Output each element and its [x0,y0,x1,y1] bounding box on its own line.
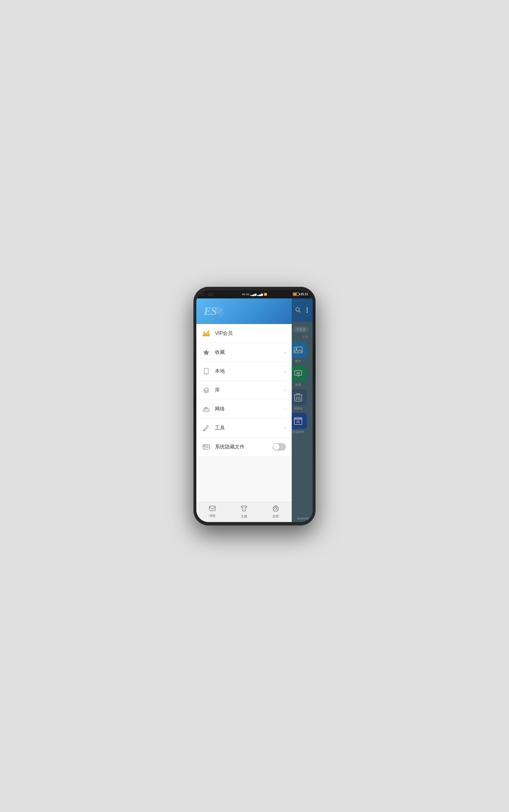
svg-point-39 [204,445,204,446]
menu-item-favorites[interactable]: 收藏 › [196,343,292,362]
status-bar: 4G 5G ▂▄▆ ▂▄▆ 📶 15:11 [196,290,313,299]
svg-point-43 [275,507,277,509]
app-area: 浏览器 文件 [196,299,313,522]
svg-point-35 [204,430,204,431]
svg-marker-31 [204,388,209,391]
svg-point-26 [206,333,207,334]
local-label: 本地 [215,368,284,374]
toggle-knob [273,444,279,450]
svg-point-25 [203,331,204,333]
chevron-icon: › [284,369,286,374]
svg-rect-24 [203,335,210,336]
vip-label: VIP会员 [215,330,286,337]
gear-icon [273,505,279,513]
menu-item-network[interactable]: 网络 › [196,400,292,419]
wrench-svg [203,425,209,431]
envelope-icon [209,506,215,512]
nav-item-theme[interactable]: 主题 [228,502,260,522]
drawer-header: ES [196,299,292,324]
envelope-svg [209,506,215,511]
clock: 15:11 [301,292,308,296]
phone-frame: 4G 5G ▂▄▆ ▂▄▆ 📶 15:11 [194,287,315,526]
drawer-menu: VIP会员 收藏 › [196,324,292,502]
earpiece [207,293,213,295]
network-indicator: 4G 5G [242,293,250,296]
messages-nav-label: 消息 [209,513,215,518]
svg-text:ES: ES [203,305,217,318]
svg-rect-42 [209,506,215,511]
favorites-label: 收藏 [215,349,284,355]
svg-point-33 [204,410,205,411]
hidden-file-svg [203,444,210,450]
watermark: 纯净系统家园 [297,517,311,520]
wifi-icon: 📶 [264,293,267,296]
signal-bars: ▂▄▆ ▂▄▆ [250,293,263,296]
chevron-icon: › [284,388,286,393]
layers-svg [203,387,209,393]
star-icon [202,348,210,356]
hidden-files-toggle[interactable] [273,443,286,451]
phone-svg [204,368,208,374]
screen: 4G 5G ▂▄▆ ▂▄▆ 📶 15:11 [196,290,313,522]
crown-icon [202,329,210,338]
navigation-drawer: ES [196,299,292,522]
menu-item-hidden-files[interactable]: 系统隐藏文件 [196,438,292,457]
gear-svg [273,505,279,511]
bottom-navigation: 消息 主题 [196,502,292,522]
tools-label: 工具 [215,425,284,431]
router-icon [202,405,210,413]
tshirt-icon [241,505,247,513]
star-svg [203,349,209,355]
router-svg [203,406,210,412]
layers-icon [202,386,210,394]
nav-item-messages[interactable]: 消息 [196,502,228,522]
hidden-file-icon [202,443,210,451]
menu-item-vip[interactable]: VIP会员 [196,324,292,343]
chevron-icon: › [284,426,286,430]
chevron-icon: › [284,350,286,354]
es-logo: ES [202,304,226,318]
nav-item-settings[interactable]: 设置 [260,502,292,522]
svg-marker-28 [203,350,209,355]
menu-item-tools[interactable]: 工具 › [196,419,292,438]
crown-svg [202,330,210,337]
tshirt-svg [241,505,247,511]
wrench-icon [202,424,210,432]
menu-item-library[interactable]: 库 › [196,381,292,400]
front-camera [201,293,204,296]
library-label: 库 [215,387,284,393]
settings-nav-label: 设置 [273,514,279,519]
battery-fill [294,293,297,295]
menu-item-local[interactable]: 本地 › [196,362,292,381]
chevron-icon: › [284,407,286,411]
hidden-files-label: 系统隐藏文件 [215,443,273,450]
phone-icon [202,367,210,375]
network-label: 网络 [215,406,284,412]
battery-icon [293,292,299,296]
theme-nav-label: 主题 [241,514,247,519]
svg-point-27 [208,330,209,331]
